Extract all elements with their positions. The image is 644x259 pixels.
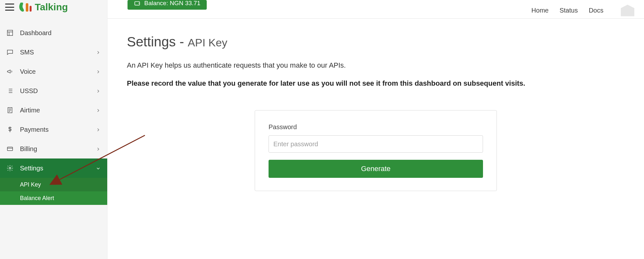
sidebar-item-label: Dashboard (20, 29, 52, 37)
wallet-icon (134, 0, 140, 6)
sidebar-item-ussd[interactable]: USSD (0, 81, 107, 101)
sidebar-item-label: Voice (20, 68, 36, 75)
svg-rect-2 (7, 30, 13, 36)
generate-button[interactable]: Generate (269, 160, 483, 178)
chevron-right-icon (96, 146, 101, 152)
password-label: Password (269, 123, 483, 131)
sidebar-item-label: Settings (20, 165, 43, 172)
password-input[interactable] (269, 135, 483, 153)
avatar[interactable] (621, 5, 634, 16)
sidebar-item-billing[interactable]: Billing (0, 139, 107, 158)
sidebar-subitem-label: Balance Alert (20, 195, 54, 202)
sidebar-item-label: Airtime (20, 107, 40, 114)
sidebar-subitem-api-key[interactable]: API Key (0, 178, 107, 191)
sidebar-header: Talking (0, 0, 107, 17)
topbar-link-status[interactable]: Status (560, 7, 578, 14)
svg-point-5 (9, 167, 11, 169)
balance-label: Balance: NGN 33.71 (144, 0, 200, 7)
intro-text-1: An API Key helps us authenticate request… (127, 61, 625, 70)
chevron-right-icon (96, 127, 101, 132)
balance-button[interactable]: Balance: NGN 33.71 (128, 0, 207, 10)
sidebar-item-label: Billing (20, 145, 37, 153)
sidebar-item-label: Payments (20, 126, 49, 133)
megaphone-icon (6, 67, 14, 76)
chevron-right-icon (96, 88, 101, 94)
chat-icon (6, 48, 14, 56)
menu-toggle-icon[interactable] (5, 4, 14, 11)
api-key-card: Password Generate (255, 110, 497, 191)
intro-text-2: Please record the value that you generat… (127, 79, 625, 88)
svg-rect-4 (7, 147, 13, 151)
sidebar-nav: Dashboard SMS Voice USSD (0, 17, 107, 259)
gear-icon (6, 164, 14, 172)
svg-rect-0 (26, 3, 28, 12)
topbar-link-docs[interactable]: Docs (589, 7, 603, 14)
credit-card-icon (6, 145, 14, 153)
topbar-links: Home Status Docs (531, 0, 634, 18)
africa-logo-icon (18, 1, 32, 13)
sidebar-item-label: SMS (20, 49, 34, 56)
sidebar: Talking Dashboard SMS Voice (0, 0, 108, 259)
sidebar-subitem-label: API Key (20, 181, 41, 188)
chevron-right-icon (96, 49, 101, 55)
sidebar-item-payments[interactable]: Payments (0, 120, 107, 139)
dollar-icon (6, 125, 14, 134)
sidebar-item-voice[interactable]: Voice (0, 62, 107, 81)
receipt-icon (6, 106, 14, 114)
chevron-right-icon (96, 107, 101, 113)
chevron-down-icon (96, 165, 101, 171)
main-content: Settings - API Key An API Key helps us a… (108, 19, 644, 259)
sidebar-item-sms[interactable]: SMS (0, 43, 107, 62)
sidebar-item-airtime[interactable]: Airtime (0, 101, 107, 120)
page-title: Settings - API Key (127, 34, 625, 50)
sidebar-subitem-balance-alert[interactable]: Balance Alert (0, 191, 107, 205)
svg-rect-1 (30, 6, 32, 12)
chevron-right-icon (96, 69, 101, 74)
sidebar-item-settings[interactable]: Settings (0, 158, 107, 178)
brand-logo[interactable]: Talking (18, 1, 68, 13)
dashboard-icon (6, 29, 14, 37)
page-title-main: Settings (127, 34, 176, 49)
topbar-link-home[interactable]: Home (531, 7, 548, 14)
brand-name: Talking (35, 2, 68, 13)
sidebar-item-label: USSD (20, 87, 38, 95)
list-icon (6, 87, 14, 95)
sidebar-item-dashboard[interactable]: Dashboard (0, 23, 107, 43)
page-title-sub: API Key (188, 36, 227, 49)
page-title-sep: - (176, 34, 188, 49)
topbar: Balance: NGN 33.71 Home Status Docs (108, 0, 644, 19)
